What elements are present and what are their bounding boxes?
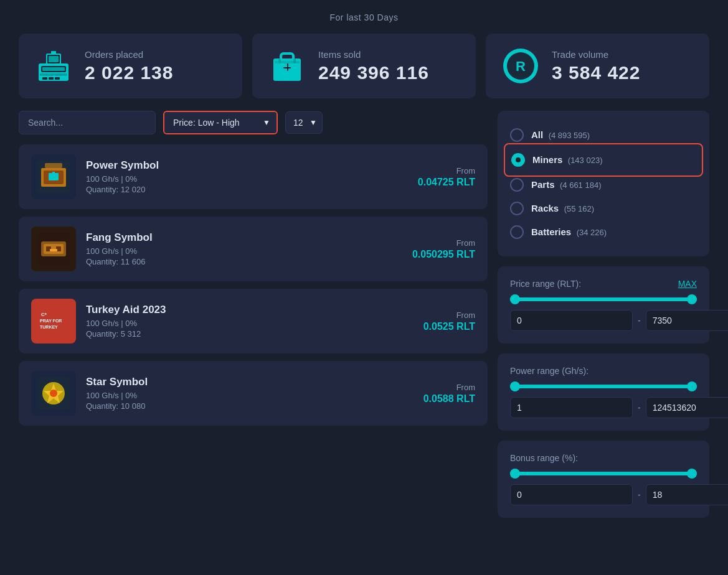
power-range-inputs: - OK xyxy=(510,397,697,418)
price-value-3: 0.0588 RLT xyxy=(423,393,475,404)
svg-rect-6 xyxy=(55,77,60,80)
power-range-filter: Power range (Gh/s): - OK xyxy=(498,353,709,431)
svg-rect-2 xyxy=(42,67,65,71)
svg-rect-10 xyxy=(51,51,56,55)
categories-card: All (4 893 595) Miners (143 023) xyxy=(498,111,709,256)
category-item-batteries[interactable]: Batteries (34 226) xyxy=(510,220,697,244)
item-quantity-0: Quantity: 12 020 xyxy=(86,185,408,194)
orders-label: Orders placed xyxy=(85,49,173,60)
item-thumbnail-turkey: C* PRAY FOR TURKEY xyxy=(31,299,76,344)
bonus-range-min-input[interactable] xyxy=(510,484,633,505)
search-filter-row: Price: Low - HighPrice: High - LowNewest… xyxy=(19,111,488,134)
radio-all[interactable] xyxy=(510,128,524,142)
bonus-range-title-row: Bonus range (%): xyxy=(510,453,697,463)
category-name-parts: Parts xyxy=(531,179,555,190)
bonus-range-thumb-left[interactable] xyxy=(510,469,520,479)
item-info-power: Power Symbol 100 Gh/s | 0% Quantity: 12 … xyxy=(86,159,408,194)
bonus-range-title: Bonus range (%): xyxy=(510,453,578,463)
power-range-title: Power range (Gh/s): xyxy=(510,366,589,376)
category-name-batteries: Batteries xyxy=(531,227,571,237)
item-thumbnail-power xyxy=(31,154,76,199)
radio-batteries[interactable] xyxy=(510,225,524,239)
bonus-range-thumb-right[interactable] xyxy=(687,469,697,479)
item-thumbnail-star xyxy=(31,371,76,416)
price-range-min-input[interactable] xyxy=(510,310,633,331)
category-name-racks: Racks xyxy=(531,203,559,213)
price-range-max-input[interactable] xyxy=(646,310,728,331)
power-range-min-input[interactable] xyxy=(510,397,633,418)
bonus-range-slider-track[interactable] xyxy=(510,472,697,475)
power-range-thumb-right[interactable] xyxy=(687,381,697,391)
category-item-miners-highlighted[interactable]: Miners (143 023) xyxy=(504,143,703,177)
power-range-separator: - xyxy=(638,403,641,413)
price-from-label-0: From xyxy=(418,166,475,175)
price-from-label-3: From xyxy=(423,383,475,392)
list-item[interactable]: C* PRAY FOR TURKEY Turkey Aid 2023 100 G… xyxy=(19,289,488,353)
cash-register-icon xyxy=(34,46,73,86)
price-range-inputs: - OK xyxy=(510,310,697,331)
item-specs-1: 100 Gh/s | 0% xyxy=(86,246,402,256)
svg-rect-5 xyxy=(49,77,54,80)
trade-volume-label: Trade volume xyxy=(552,49,640,60)
trade-volume-value: 3 584 422 xyxy=(552,62,640,83)
bonus-range-separator: - xyxy=(638,490,641,500)
svg-rect-26 xyxy=(52,172,55,174)
price-value-1: 0.050295 RLT xyxy=(412,249,475,260)
price-value-0: 0.04725 RLT xyxy=(418,177,475,188)
category-count-batteries: (34 226) xyxy=(577,228,607,237)
svg-text:R: R xyxy=(516,58,526,74)
stat-info-trade-volume: Trade volume 3 584 422 xyxy=(552,49,640,83)
power-range-max-input[interactable] xyxy=(646,397,728,418)
items-sold-label: Items sold xyxy=(318,49,429,60)
power-range-slider-track[interactable] xyxy=(510,385,697,388)
item-specs-0: 100 Gh/s | 0% xyxy=(86,174,408,184)
sort-select[interactable]: Price: Low - HighPrice: High - LowNewest… xyxy=(164,112,277,133)
page-size-select[interactable]: 12 24 48 xyxy=(286,112,322,133)
radio-parts[interactable] xyxy=(510,178,524,192)
list-item[interactable]: Star Symbol 100 Gh/s | 0% Quantity: 10 0… xyxy=(19,361,488,426)
svg-rect-25 xyxy=(49,173,59,180)
search-input[interactable] xyxy=(19,111,156,134)
svg-text:PRAY FOR: PRAY FOR xyxy=(40,319,62,323)
category-item-parts[interactable]: Parts (4 661 184) xyxy=(510,173,697,197)
category-count-all: (4 893 595) xyxy=(549,131,590,140)
price-from-label-1: From xyxy=(412,238,475,248)
category-item-miners[interactable]: Miners (143 023) xyxy=(511,148,696,172)
svg-rect-32 xyxy=(50,249,57,251)
radio-racks[interactable] xyxy=(510,202,524,215)
svg-rect-22 xyxy=(45,163,62,168)
radio-miners[interactable] xyxy=(511,153,525,167)
svg-text:TURKEY: TURKEY xyxy=(40,325,58,329)
left-panel: Price: Low - HighPrice: High - LowNewest… xyxy=(19,111,488,528)
item-price-star: From 0.0588 RLT xyxy=(423,383,475,404)
sort-select-wrapper: Price: Low - HighPrice: High - LowNewest… xyxy=(163,111,278,134)
list-item[interactable]: Power Symbol 100 Gh/s | 0% Quantity: 12 … xyxy=(19,144,488,209)
price-range-thumb-right[interactable] xyxy=(687,294,697,304)
item-info-fang: Fang Symbol 100 Gh/s | 0% Quantity: 11 6… xyxy=(86,231,402,266)
price-range-filter: Price range (RLT): MAX - OK xyxy=(498,266,709,344)
category-name-all: All xyxy=(531,129,543,140)
power-range-thumb-left[interactable] xyxy=(510,381,520,391)
svg-rect-15 xyxy=(287,63,288,71)
stat-card-trade-volume: R Trade volume 3 584 422 xyxy=(486,34,709,98)
item-info-turkey: Turkey Aid 2023 100 Gh/s | 0% Quantity: … xyxy=(86,304,414,339)
list-item[interactable]: Fang Symbol 100 Gh/s | 0% Quantity: 11 6… xyxy=(19,217,488,281)
main-content: Price: Low - HighPrice: High - LowNewest… xyxy=(19,111,709,528)
price-range-max-link[interactable]: MAX xyxy=(678,279,697,289)
price-range-thumb-left[interactable] xyxy=(510,294,520,304)
item-specs-2: 100 Gh/s | 0% xyxy=(86,319,414,328)
svg-rect-4 xyxy=(42,77,47,80)
stat-card-items-sold: Items sold 249 396 116 xyxy=(252,34,476,98)
price-range-title-row: Price range (RLT): MAX xyxy=(510,279,697,289)
items-sold-value: 249 396 116 xyxy=(318,62,429,83)
orders-value: 2 022 138 xyxy=(85,62,173,83)
bonus-range-filter: Bonus range (%): - OK xyxy=(498,441,709,518)
category-count-parts: (4 661 184) xyxy=(560,180,602,190)
price-from-label-2: From xyxy=(423,311,475,320)
stat-card-orders: Orders placed 2 022 138 xyxy=(19,34,242,98)
svg-rect-9 xyxy=(49,56,59,62)
item-name-2: Turkey Aid 2023 xyxy=(86,304,414,316)
category-item-racks[interactable]: Racks (55 162) xyxy=(510,197,697,220)
price-range-slider-track[interactable] xyxy=(510,297,697,301)
bonus-range-max-input[interactable] xyxy=(646,484,728,505)
